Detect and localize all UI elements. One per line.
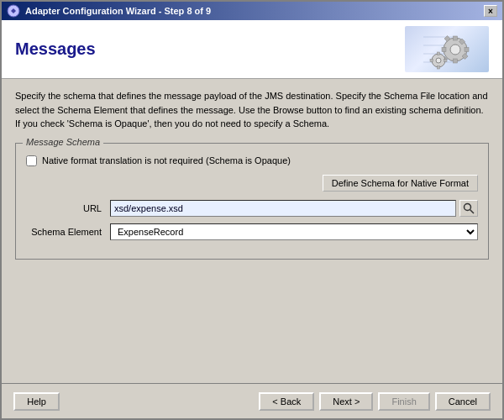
content-area: Specify the schema that defines the mess… <box>2 79 502 383</box>
svg-rect-10 <box>442 47 446 51</box>
opaque-checkbox-label[interactable]: Native format translation is not require… <box>42 155 291 165</box>
header-title: Messages <box>15 39 96 59</box>
svg-rect-9 <box>465 47 469 51</box>
svg-rect-18 <box>438 66 440 69</box>
svg-rect-8 <box>454 59 458 63</box>
back-button[interactable]: < Back <box>259 392 314 411</box>
schema-element-label: Schema Element <box>26 227 110 237</box>
title-bar: Adapter Configuration Wizard - Step 8 of… <box>2 2 502 20</box>
svg-rect-17 <box>438 52 440 55</box>
opaque-checkbox[interactable] <box>26 155 37 166</box>
footer: Help < Back Next > Finish Cancel <box>2 383 502 418</box>
close-button[interactable]: × <box>484 5 497 17</box>
svg-point-6 <box>450 45 460 55</box>
svg-point-16 <box>436 58 441 63</box>
svg-line-22 <box>470 209 475 213</box>
cancel-button[interactable]: Cancel <box>435 392 491 411</box>
title-bar-left: Adapter Configuration Wizard - Step 8 of… <box>7 4 211 18</box>
next-button[interactable]: Next > <box>319 392 373 411</box>
opaque-checkbox-row: Native format translation is not require… <box>26 155 478 166</box>
footer-right: < Back Next > Finish Cancel <box>259 392 491 411</box>
finish-button[interactable]: Finish <box>378 392 429 411</box>
schema-element-row: Schema Element ExpenseRecord <box>26 223 478 240</box>
schema-element-select[interactable]: ExpenseRecord <box>110 223 478 240</box>
browse-button[interactable] <box>459 200 478 217</box>
wizard-window: Adapter Configuration Wizard - Step 8 of… <box>0 0 504 420</box>
help-button[interactable]: Help <box>13 392 60 411</box>
url-row: URL <box>26 200 478 217</box>
magnifier-icon <box>463 202 475 214</box>
message-schema-group: Message Schema Native format translation… <box>15 143 489 260</box>
url-input-wrapper <box>110 200 478 217</box>
group-box-legend: Message Schema <box>23 137 103 147</box>
svg-rect-20 <box>430 59 433 61</box>
url-label: URL <box>26 203 110 213</box>
gear-icon <box>423 29 482 71</box>
description-text: Specify the schema that defines the mess… <box>15 89 489 131</box>
svg-rect-19 <box>444 59 448 61</box>
header-banner: Messages <box>2 20 502 79</box>
svg-point-21 <box>465 203 471 210</box>
window-icon <box>7 4 20 18</box>
url-input[interactable] <box>110 200 456 217</box>
header-graphic <box>405 26 489 72</box>
svg-rect-7 <box>454 36 458 40</box>
define-schema-button[interactable]: Define Schema for Native Format <box>323 175 478 192</box>
title-bar-text: Adapter Configuration Wizard - Step 8 of… <box>25 6 211 16</box>
